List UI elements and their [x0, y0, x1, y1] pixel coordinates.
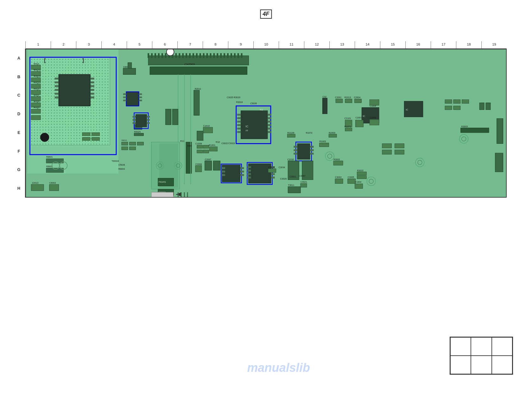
svg-rect-120	[205, 161, 212, 170]
svg-text:C2003: C2003	[356, 117, 362, 119]
svg-rect-254	[151, 192, 173, 197]
svg-rect-147	[345, 99, 352, 103]
svg-text:C3027: C3027	[299, 175, 306, 177]
svg-rect-38	[82, 137, 90, 141]
svg-rect-15	[91, 89, 94, 91]
svg-rect-161	[294, 153, 297, 155]
svg-text:R3022: R3022	[357, 169, 364, 172]
svg-rect-84	[158, 53, 160, 58]
svg-rect-152	[370, 100, 379, 105]
svg-rect-97	[203, 53, 205, 58]
svg-text:zz: zz	[246, 129, 248, 132]
svg-rect-67	[139, 93, 142, 95]
title-cell-1	[450, 337, 471, 356]
svg-rect-232	[288, 187, 301, 193]
svg-rect-81	[148, 53, 149, 58]
pcb-board: R4Q1 R4Q10 R4Q15 R4Q19 R4Q17 R4Q1 R4Q4 R…	[25, 49, 507, 198]
svg-text:C2008: C2008	[195, 163, 202, 165]
svg-rect-225	[320, 143, 329, 147]
svg-rect-76	[147, 119, 150, 121]
svg-text:R1071: R1071	[345, 125, 351, 128]
svg-rect-154	[370, 119, 379, 125]
svg-rect-156	[356, 120, 364, 127]
svg-rect-104	[227, 53, 229, 58]
svg-rect-64	[123, 93, 126, 95]
svg-rect-279	[345, 128, 352, 131]
svg-rect-111	[197, 145, 203, 148]
svg-text:R4Q19: R4Q19	[34, 81, 41, 84]
svg-rect-126	[237, 117, 241, 119]
svg-rect-83	[155, 53, 156, 58]
svg-rect-174	[248, 164, 271, 183]
svg-rect-5	[59, 74, 90, 106]
svg-rect-100	[213, 53, 215, 58]
title-block	[450, 337, 513, 375]
svg-rect-26	[31, 109, 41, 113]
svg-rect-257	[301, 183, 307, 187]
svg-text:R4Q4: R4Q4	[34, 100, 39, 103]
svg-rect-36	[82, 133, 90, 136]
svg-rect-199	[194, 90, 200, 115]
svg-rect-125	[237, 114, 241, 116]
svg-rect-168	[221, 171, 225, 173]
svg-rect-273	[497, 118, 503, 143]
svg-text:C3025 R3020: C3025 R3020	[227, 96, 240, 98]
svg-rect-7	[55, 81, 59, 83]
svg-rect-186	[357, 172, 367, 175]
svg-rect-131	[268, 114, 271, 116]
svg-text:C3026: C3026	[250, 103, 257, 105]
svg-rect-60	[130, 147, 136, 150]
svg-rect-72	[133, 116, 136, 117]
svg-rect-43	[46, 168, 64, 173]
svg-rect-164	[310, 153, 314, 155]
svg-text:R6025: R6025	[134, 131, 141, 133]
svg-text:R2009: R2009	[329, 132, 335, 134]
title-cell-2	[471, 337, 491, 356]
svg-rect-121	[213, 161, 220, 170]
svg-rect-8	[55, 85, 59, 87]
svg-text:R1005: R1005	[320, 140, 326, 143]
svg-rect-177	[247, 173, 251, 175]
page-container: 4F	[0, 0, 532, 400]
svg-rect-160	[294, 149, 297, 151]
svg-text:C6003: C6003	[49, 182, 56, 184]
svg-rect-91	[182, 53, 184, 58]
svg-text:R4Q3: R4Q3	[34, 106, 39, 109]
pcb-container: R4Q1 R4Q10 R4Q15 R4Q19 R4Q17 R4Q1 R4Q4 R…	[13, 41, 513, 203]
svg-rect-58	[130, 142, 136, 145]
svg-text:Z2013: Z2013	[32, 182, 38, 184]
svg-rect-132	[268, 117, 271, 119]
svg-rect-178	[247, 177, 251, 179]
svg-rect-16	[91, 93, 94, 95]
svg-rect-12	[91, 78, 94, 79]
svg-rect-221	[382, 150, 392, 154]
svg-rect-249	[461, 128, 489, 133]
svg-text:R1072: R1072	[306, 132, 313, 134]
logo: 4F	[260, 10, 272, 19]
svg-rect-175	[247, 166, 251, 168]
svg-text:R3003: R3003	[461, 125, 468, 128]
svg-rect-159	[294, 146, 297, 148]
svg-rect-135	[268, 128, 271, 130]
svg-rect-248	[453, 106, 460, 110]
svg-rect-265	[166, 109, 171, 125]
svg-rect-223	[395, 150, 404, 154]
svg-text:C2004: C2004	[354, 96, 361, 98]
svg-rect-17	[91, 97, 94, 98]
svg-rect-246	[462, 100, 469, 104]
svg-rect-96	[200, 53, 201, 58]
svg-rect-57	[122, 142, 128, 145]
svg-text:C1004: C1004	[355, 181, 362, 183]
svg-rect-68	[139, 97, 142, 98]
svg-rect-176	[247, 170, 251, 172]
svg-rect-27	[31, 115, 41, 120]
svg-rect-65	[123, 97, 126, 98]
svg-rect-114	[203, 150, 209, 153]
svg-text:C1008: C1008	[195, 143, 202, 145]
svg-rect-124	[241, 111, 268, 139]
svg-text:CN7003: CN7003	[184, 63, 195, 66]
svg-rect-134	[268, 124, 271, 126]
svg-text:C3002: C3002	[335, 176, 342, 179]
title-cell-6	[492, 356, 512, 374]
svg-rect-245	[453, 100, 460, 104]
